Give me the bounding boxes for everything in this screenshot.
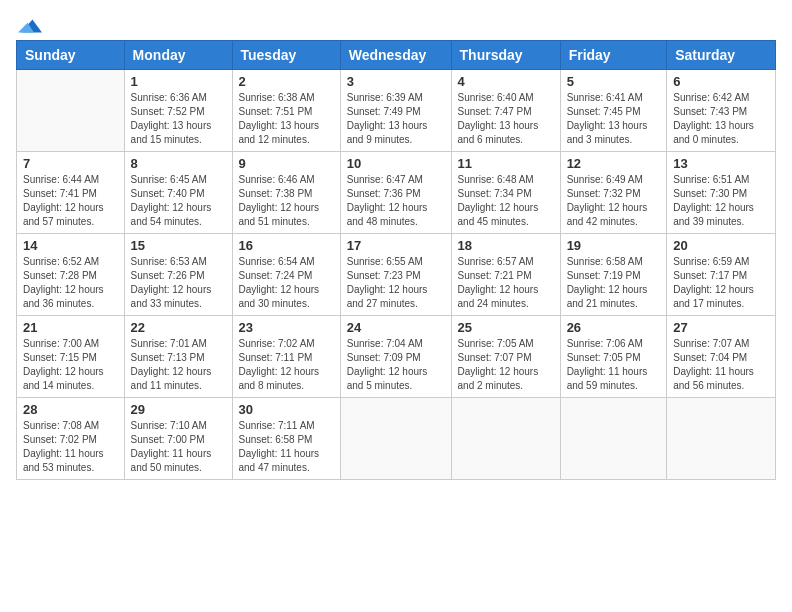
- day-info: Sunrise: 7:11 AM Sunset: 6:58 PM Dayligh…: [239, 419, 334, 475]
- calendar-cell: 10Sunrise: 6:47 AM Sunset: 7:36 PM Dayli…: [340, 152, 451, 234]
- calendar-cell: 18Sunrise: 6:57 AM Sunset: 7:21 PM Dayli…: [451, 234, 560, 316]
- week-row-1: 1Sunrise: 6:36 AM Sunset: 7:52 PM Daylig…: [17, 70, 776, 152]
- day-info: Sunrise: 6:53 AM Sunset: 7:26 PM Dayligh…: [131, 255, 226, 311]
- calendar-table: SundayMondayTuesdayWednesdayThursdayFrid…: [16, 40, 776, 480]
- calendar-cell: 16Sunrise: 6:54 AM Sunset: 7:24 PM Dayli…: [232, 234, 340, 316]
- day-number: 21: [23, 320, 118, 335]
- day-number: 26: [567, 320, 661, 335]
- day-info: Sunrise: 6:58 AM Sunset: 7:19 PM Dayligh…: [567, 255, 661, 311]
- day-info: Sunrise: 6:40 AM Sunset: 7:47 PM Dayligh…: [458, 91, 554, 147]
- day-info: Sunrise: 6:51 AM Sunset: 7:30 PM Dayligh…: [673, 173, 769, 229]
- week-row-2: 7Sunrise: 6:44 AM Sunset: 7:41 PM Daylig…: [17, 152, 776, 234]
- day-number: 28: [23, 402, 118, 417]
- calendar-cell: 20Sunrise: 6:59 AM Sunset: 7:17 PM Dayli…: [667, 234, 776, 316]
- week-row-3: 14Sunrise: 6:52 AM Sunset: 7:28 PM Dayli…: [17, 234, 776, 316]
- calendar-cell: 23Sunrise: 7:02 AM Sunset: 7:11 PM Dayli…: [232, 316, 340, 398]
- calendar-cell: 27Sunrise: 7:07 AM Sunset: 7:04 PM Dayli…: [667, 316, 776, 398]
- calendar-cell: 8Sunrise: 6:45 AM Sunset: 7:40 PM Daylig…: [124, 152, 232, 234]
- day-info: Sunrise: 7:06 AM Sunset: 7:05 PM Dayligh…: [567, 337, 661, 393]
- day-info: Sunrise: 6:44 AM Sunset: 7:41 PM Dayligh…: [23, 173, 118, 229]
- day-info: Sunrise: 6:48 AM Sunset: 7:34 PM Dayligh…: [458, 173, 554, 229]
- day-number: 13: [673, 156, 769, 171]
- day-header-tuesday: Tuesday: [232, 41, 340, 70]
- calendar-cell: 5Sunrise: 6:41 AM Sunset: 7:45 PM Daylig…: [560, 70, 667, 152]
- calendar-cell: 2Sunrise: 6:38 AM Sunset: 7:51 PM Daylig…: [232, 70, 340, 152]
- day-header-thursday: Thursday: [451, 41, 560, 70]
- calendar-cell: [667, 398, 776, 480]
- header-row: SundayMondayTuesdayWednesdayThursdayFrid…: [17, 41, 776, 70]
- day-header-monday: Monday: [124, 41, 232, 70]
- day-number: 3: [347, 74, 445, 89]
- day-info: Sunrise: 6:47 AM Sunset: 7:36 PM Dayligh…: [347, 173, 445, 229]
- calendar-cell: [560, 398, 667, 480]
- calendar-cell: 15Sunrise: 6:53 AM Sunset: 7:26 PM Dayli…: [124, 234, 232, 316]
- day-number: 8: [131, 156, 226, 171]
- day-number: 9: [239, 156, 334, 171]
- day-info: Sunrise: 7:07 AM Sunset: 7:04 PM Dayligh…: [673, 337, 769, 393]
- day-info: Sunrise: 7:02 AM Sunset: 7:11 PM Dayligh…: [239, 337, 334, 393]
- day-header-sunday: Sunday: [17, 41, 125, 70]
- day-number: 17: [347, 238, 445, 253]
- day-info: Sunrise: 7:01 AM Sunset: 7:13 PM Dayligh…: [131, 337, 226, 393]
- day-info: Sunrise: 6:49 AM Sunset: 7:32 PM Dayligh…: [567, 173, 661, 229]
- day-info: Sunrise: 6:52 AM Sunset: 7:28 PM Dayligh…: [23, 255, 118, 311]
- day-header-friday: Friday: [560, 41, 667, 70]
- logo: [16, 16, 42, 32]
- logo-icon: [18, 16, 42, 36]
- day-header-wednesday: Wednesday: [340, 41, 451, 70]
- day-info: Sunrise: 7:05 AM Sunset: 7:07 PM Dayligh…: [458, 337, 554, 393]
- calendar-cell: [340, 398, 451, 480]
- calendar-cell: 29Sunrise: 7:10 AM Sunset: 7:00 PM Dayli…: [124, 398, 232, 480]
- day-info: Sunrise: 6:42 AM Sunset: 7:43 PM Dayligh…: [673, 91, 769, 147]
- calendar-cell: 4Sunrise: 6:40 AM Sunset: 7:47 PM Daylig…: [451, 70, 560, 152]
- day-info: Sunrise: 6:45 AM Sunset: 7:40 PM Dayligh…: [131, 173, 226, 229]
- day-number: 4: [458, 74, 554, 89]
- calendar-cell: 26Sunrise: 7:06 AM Sunset: 7:05 PM Dayli…: [560, 316, 667, 398]
- day-header-saturday: Saturday: [667, 41, 776, 70]
- day-info: Sunrise: 6:41 AM Sunset: 7:45 PM Dayligh…: [567, 91, 661, 147]
- calendar-cell: 6Sunrise: 6:42 AM Sunset: 7:43 PM Daylig…: [667, 70, 776, 152]
- calendar-cell: 14Sunrise: 6:52 AM Sunset: 7:28 PM Dayli…: [17, 234, 125, 316]
- page-header: [16, 16, 776, 32]
- calendar-cell: 17Sunrise: 6:55 AM Sunset: 7:23 PM Dayli…: [340, 234, 451, 316]
- week-row-5: 28Sunrise: 7:08 AM Sunset: 7:02 PM Dayli…: [17, 398, 776, 480]
- calendar-cell: 9Sunrise: 6:46 AM Sunset: 7:38 PM Daylig…: [232, 152, 340, 234]
- calendar-cell: 22Sunrise: 7:01 AM Sunset: 7:13 PM Dayli…: [124, 316, 232, 398]
- day-info: Sunrise: 7:08 AM Sunset: 7:02 PM Dayligh…: [23, 419, 118, 475]
- day-number: 25: [458, 320, 554, 335]
- day-info: Sunrise: 7:04 AM Sunset: 7:09 PM Dayligh…: [347, 337, 445, 393]
- week-row-4: 21Sunrise: 7:00 AM Sunset: 7:15 PM Dayli…: [17, 316, 776, 398]
- day-number: 5: [567, 74, 661, 89]
- day-number: 12: [567, 156, 661, 171]
- day-info: Sunrise: 6:39 AM Sunset: 7:49 PM Dayligh…: [347, 91, 445, 147]
- day-number: 1: [131, 74, 226, 89]
- calendar-cell: [17, 70, 125, 152]
- calendar-cell: 28Sunrise: 7:08 AM Sunset: 7:02 PM Dayli…: [17, 398, 125, 480]
- calendar-cell: 13Sunrise: 6:51 AM Sunset: 7:30 PM Dayli…: [667, 152, 776, 234]
- day-number: 11: [458, 156, 554, 171]
- day-number: 14: [23, 238, 118, 253]
- day-number: 23: [239, 320, 334, 335]
- calendar-cell: 21Sunrise: 7:00 AM Sunset: 7:15 PM Dayli…: [17, 316, 125, 398]
- day-number: 18: [458, 238, 554, 253]
- day-number: 7: [23, 156, 118, 171]
- calendar-cell: 11Sunrise: 6:48 AM Sunset: 7:34 PM Dayli…: [451, 152, 560, 234]
- day-number: 22: [131, 320, 226, 335]
- day-info: Sunrise: 6:36 AM Sunset: 7:52 PM Dayligh…: [131, 91, 226, 147]
- day-number: 29: [131, 402, 226, 417]
- day-info: Sunrise: 6:55 AM Sunset: 7:23 PM Dayligh…: [347, 255, 445, 311]
- day-info: Sunrise: 6:57 AM Sunset: 7:21 PM Dayligh…: [458, 255, 554, 311]
- day-number: 15: [131, 238, 226, 253]
- day-number: 2: [239, 74, 334, 89]
- day-number: 24: [347, 320, 445, 335]
- calendar-cell: 30Sunrise: 7:11 AM Sunset: 6:58 PM Dayli…: [232, 398, 340, 480]
- day-number: 16: [239, 238, 334, 253]
- calendar-cell: 7Sunrise: 6:44 AM Sunset: 7:41 PM Daylig…: [17, 152, 125, 234]
- day-info: Sunrise: 6:46 AM Sunset: 7:38 PM Dayligh…: [239, 173, 334, 229]
- calendar-cell: 3Sunrise: 6:39 AM Sunset: 7:49 PM Daylig…: [340, 70, 451, 152]
- calendar-cell: 25Sunrise: 7:05 AM Sunset: 7:07 PM Dayli…: [451, 316, 560, 398]
- day-info: Sunrise: 6:54 AM Sunset: 7:24 PM Dayligh…: [239, 255, 334, 311]
- day-number: 27: [673, 320, 769, 335]
- calendar-cell: 24Sunrise: 7:04 AM Sunset: 7:09 PM Dayli…: [340, 316, 451, 398]
- day-number: 19: [567, 238, 661, 253]
